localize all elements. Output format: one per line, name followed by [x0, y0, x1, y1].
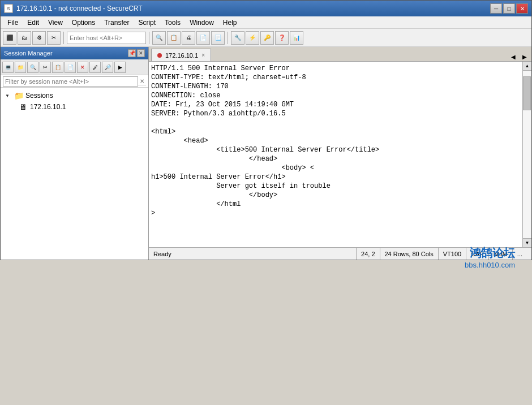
session-tree: ▼ 📁 Sessions 🖥 172.16.10.1	[1, 88, 148, 260]
scroll-thumb[interactable]	[523, 76, 531, 110]
session-manager-panel: Session Manager 📌 ✕ 💻 📁 🔍 ✂ 📋 📄 ✕ 🖊 🔎	[1, 47, 149, 260]
scroll-track[interactable]	[523, 71, 531, 238]
maximize-button[interactable]: □	[503, 3, 515, 14]
session-btn-more[interactable]: ▶	[114, 62, 126, 73]
toolbar-btn-3[interactable]: ⚙	[32, 31, 46, 45]
scroll-up-button[interactable]: ▲	[523, 62, 531, 71]
session-btn-1[interactable]: 💻	[2, 62, 14, 73]
main-toolbar: ⬛ 🗂 ⚙ ✂ 🔍 📋 🖨 📄 📃 🔧 ⚡ 🔑 ❓ 📊	[1, 29, 531, 47]
session-btn-paste[interactable]: 📄	[65, 62, 76, 73]
session-btn-delete[interactable]: ✕	[77, 62, 88, 73]
tab-status-icon	[157, 53, 162, 58]
status-terminal-type: VT100	[438, 248, 466, 260]
session-icon: 🖥	[19, 102, 28, 111]
session-filter-input[interactable]	[3, 76, 138, 87]
tab-172-16-10-1[interactable]: 172.16.10.1 ×	[151, 49, 211, 61]
watermark-line1: 鸿鹄论坛	[465, 245, 515, 261]
session-btn-search[interactable]: 🔎	[102, 62, 113, 73]
toolbar-btn-1[interactable]: ⬛	[3, 31, 16, 45]
toolbar-btn-12[interactable]: 🔑	[260, 31, 274, 45]
toolbar-btn-14[interactable]: 📊	[290, 31, 303, 45]
menu-edit[interactable]: Edit	[23, 18, 44, 28]
folder-collapse-icon: ▼	[3, 91, 12, 100]
watermark: 鸿鹄论坛 bbs.hh010.com	[465, 245, 515, 269]
toolbar-btn-5[interactable]: 🔍	[152, 31, 166, 45]
menu-tools[interactable]: Tools	[160, 18, 185, 28]
toolbar-btn-6[interactable]: 📋	[167, 31, 181, 45]
tab-nav-right[interactable]: ▶	[520, 52, 529, 61]
session-toolbar: 💻 📁 🔍 ✂ 📋 📄 ✕ 🖊 🔎 ▶	[1, 59, 148, 75]
session-btn-2[interactable]: 📁	[15, 62, 26, 73]
toolbar-btn-13[interactable]: ❓	[275, 31, 289, 45]
window-controls: ─ □ ✕	[490, 3, 528, 14]
menu-view[interactable]: View	[44, 18, 67, 28]
session-manager-title: Session Manager	[4, 50, 53, 57]
tree-session-label: 172.16.10.1	[30, 103, 66, 111]
terminal-scrollbar[interactable]: ▲ ▼	[522, 62, 531, 247]
app-icon: S	[4, 4, 13, 13]
close-button[interactable]: ✕	[516, 3, 528, 14]
menu-window[interactable]: Window	[185, 18, 218, 28]
menu-transfer[interactable]: Transfer	[100, 18, 134, 28]
status-position: 24, 2	[356, 248, 379, 260]
menubar: File Edit View Options Transfer Script T…	[1, 16, 531, 29]
status-rows-cols: 24 Rows, 80 Cols	[380, 248, 438, 260]
tree-sessions-label: Sessions	[25, 92, 53, 100]
window-title: 172.16.10.1 - not connected - SecureCRT	[16, 5, 143, 12]
session-filter-clear[interactable]: ✕	[138, 77, 146, 85]
status-ready: Ready	[153, 251, 356, 257]
tab-bar: 172.16.10.1 × ◀ ▶	[149, 47, 531, 62]
toolbar-btn-4[interactable]: ✂	[47, 31, 61, 45]
minimize-button[interactable]: ─	[490, 3, 502, 14]
main-area: Session Manager 📌 ✕ 💻 📁 🔍 ✂ 📋 📄 ✕ 🖊 🔎	[1, 47, 531, 260]
session-panel-close[interactable]: ✕	[137, 49, 145, 57]
menu-help[interactable]: Help	[218, 18, 242, 28]
tab-nav: ◀ ▶	[509, 52, 529, 61]
toolbar-btn-11[interactable]: ⚡	[246, 31, 259, 45]
menu-script[interactable]: Script	[134, 18, 160, 28]
toolbar-sep-2	[149, 32, 149, 44]
toolbar-btn-7[interactable]: 🖨	[182, 31, 195, 45]
titlebar: S 172.16.10.1 - not connected - SecureCR…	[1, 1, 531, 16]
toolbar-sep-1	[63, 32, 64, 44]
terminal-content: HTTP/1.1 500 Internal Server Error CONTE…	[151, 64, 520, 218]
toolbar-sep-3	[228, 32, 228, 44]
tree-session-item[interactable]: 🖥 172.16.10.1	[1, 101, 148, 113]
scroll-down-button[interactable]: ▼	[523, 238, 531, 247]
tab-close-button[interactable]: ×	[201, 52, 205, 58]
watermark-line2: bbs.hh010.com	[465, 261, 515, 269]
session-manager-header: Session Manager 📌 ✕	[1, 47, 148, 59]
session-btn-cut[interactable]: ✂	[40, 62, 51, 73]
menu-options[interactable]: Options	[67, 18, 100, 28]
session-filter-bar: ✕	[1, 75, 148, 88]
menu-file[interactable]: File	[3, 18, 23, 28]
terminal[interactable]: HTTP/1.1 500 Internal Server Error CONTE…	[149, 62, 522, 247]
tab-nav-left[interactable]: ◀	[509, 52, 518, 61]
host-input[interactable]	[67, 32, 146, 44]
folder-icon: 📁	[14, 91, 23, 100]
session-btn-copy[interactable]: 📋	[52, 62, 63, 73]
terminal-area: 172.16.10.1 × ◀ ▶ HTTP/1.1 500 Internal …	[149, 47, 531, 260]
toolbar-btn-8[interactable]: 📄	[196, 31, 210, 45]
tab-label: 172.16.10.1	[165, 52, 198, 59]
toolbar-btn-2[interactable]: 🗂	[18, 31, 31, 45]
toolbar-btn-10[interactable]: 🔧	[231, 31, 244, 45]
tree-sessions-folder[interactable]: ▼ 📁 Sessions	[1, 90, 148, 101]
terminal-wrapper: HTTP/1.1 500 Internal Server Error CONTE…	[149, 62, 531, 247]
toolbar-btn-9[interactable]: 📃	[211, 31, 225, 45]
session-panel-pin[interactable]: 📌	[128, 49, 136, 57]
session-btn-3[interactable]: 🔍	[27, 62, 38, 73]
session-btn-5[interactable]: 🖊	[89, 62, 101, 73]
